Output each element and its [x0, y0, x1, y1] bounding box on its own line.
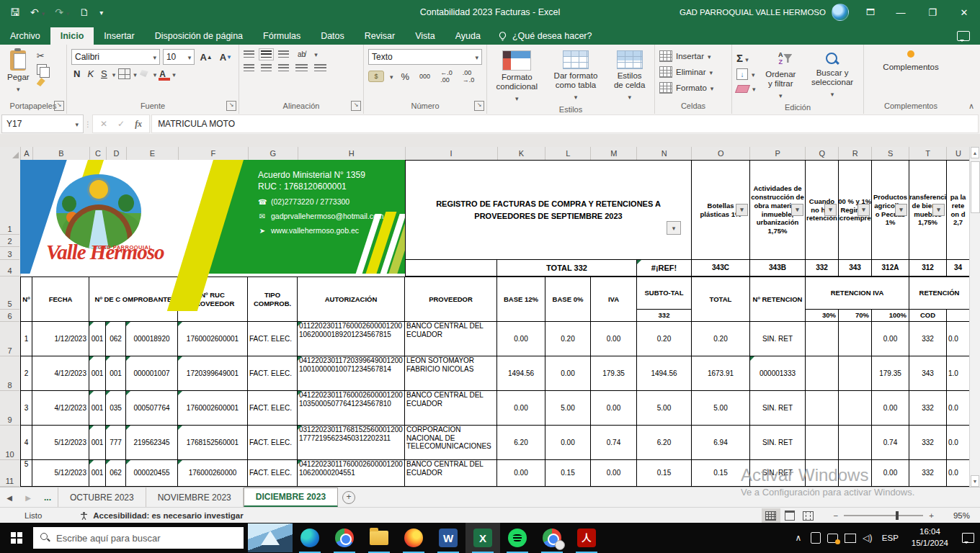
cell[interactable]: 6.20 — [637, 426, 692, 460]
tax-header-cell[interactable]: Cuando no hay retención — [806, 160, 839, 260]
cancel-entry-icon[interactable]: ✕ — [100, 119, 107, 129]
column-header-k[interactable]: K — [498, 147, 546, 160]
collapse-ribbon-icon[interactable]: ∧ — [968, 102, 974, 111]
scroll-down-icon[interactable]: ▼ — [971, 475, 979, 487]
cell[interactable]: BANCO CENTRAL DEL ECUADOR — [405, 460, 497, 487]
tab-formulas[interactable]: Fórmulas — [253, 27, 311, 45]
cell[interactable]: 0.00 — [872, 391, 909, 426]
comma-style-button[interactable]: 000 — [417, 73, 432, 80]
cell[interactable] — [839, 356, 872, 391]
header-cell[interactable]: TOTAL — [692, 276, 750, 322]
tell-me-search[interactable]: ¿Qué desea hacer? — [491, 27, 600, 45]
delete-cells-button[interactable]: Eliminar — [659, 66, 713, 78]
cell[interactable]: 5/12/2023 — [32, 426, 89, 460]
sheet-tab-octubre[interactable]: OCTUBRE 2023 — [58, 487, 146, 508]
cell[interactable]: 0.00 — [872, 460, 909, 487]
network-icon[interactable] — [842, 523, 859, 553]
cell[interactable]: 0.00 — [545, 356, 591, 391]
tax-header-cell[interactable]: pa la rete on d 2,7 — [947, 160, 970, 260]
insert-cells-button[interactable]: Insertar — [659, 50, 711, 62]
cell[interactable]: 0.20 — [692, 322, 750, 356]
cell[interactable]: 0.74 — [591, 426, 637, 460]
cell[interactable]: 1673.91 — [692, 356, 750, 391]
clear-button[interactable] — [736, 84, 756, 93]
cell[interactable] — [839, 322, 872, 356]
cell[interactable]: SIN. RET — [750, 391, 806, 426]
cell[interactable]: 1.0 — [947, 356, 970, 391]
action-center-button[interactable] — [956, 523, 980, 553]
font-size-select[interactable]: 10 — [163, 49, 195, 65]
column-header-f[interactable]: F — [179, 147, 249, 160]
fill-color-icon[interactable] — [140, 70, 151, 78]
column-header-n[interactable]: N — [637, 147, 692, 160]
your-phone-icon[interactable] — [807, 523, 824, 553]
font-name-select[interactable]: Calibri — [71, 49, 160, 65]
cell[interactable]: FACT. ELEC. — [248, 356, 298, 391]
fill-color-dropdown-icon[interactable] — [153, 69, 157, 79]
cell[interactable]: 1720399649001 — [178, 356, 248, 391]
cell[interactable] — [839, 460, 872, 487]
cell[interactable]: 1494.56 — [497, 356, 545, 391]
cell[interactable]: 5.00 — [545, 391, 591, 426]
account-name[interactable]: GAD PARROQUIAL VALLE HERMOSO — [680, 8, 826, 17]
cell[interactable]: 0.00 — [591, 322, 637, 356]
column-header-c[interactable]: C — [90, 147, 107, 160]
cell[interactable]: 777 — [106, 426, 126, 460]
cell[interactable]: SIN. RET — [750, 426, 806, 460]
tax-code-cell[interactable]: 312A — [872, 260, 909, 276]
align-middle-icon[interactable] — [261, 50, 272, 58]
tab-datos[interactable]: Datos — [311, 27, 355, 45]
number-dialog-launcher-icon[interactable]: ↘ — [474, 101, 484, 111]
underline-button[interactable]: S — [99, 68, 110, 79]
cell[interactable]: FACT. ELEC. — [248, 426, 298, 460]
header-cell[interactable] — [947, 310, 970, 322]
zoom-level[interactable]: 95% — [943, 511, 970, 520]
cell[interactable] — [839, 391, 872, 426]
scroll-up-icon[interactable]: ▲ — [971, 147, 979, 158]
cell[interactable]: 332 — [909, 322, 947, 356]
header-cell[interactable]: BASE 12% — [497, 276, 545, 322]
redo-icon[interactable]: ↷ — [55, 6, 69, 18]
cell[interactable]: 0412202301176000260000120010350005077641… — [298, 391, 405, 426]
tray-expand-icon[interactable]: ∧ — [790, 523, 807, 553]
tab-archivo[interactable]: Archivo — [0, 27, 50, 45]
cell[interactable]: 179.35 — [872, 356, 909, 391]
cell[interactable]: 062 — [106, 322, 126, 356]
cell[interactable]: 4/12/2023 — [32, 356, 89, 391]
column-header-a[interactable]: A — [21, 147, 33, 160]
decrease-decimal-icon[interactable]: .00→.0 — [460, 69, 477, 84]
vertical-scrollbar[interactable]: ▲ ▼ — [969, 147, 980, 487]
total-cell[interactable]: TOTAL 332 — [497, 260, 637, 276]
cell[interactable]: 5/12/2023 — [32, 460, 89, 487]
sort-filter-button[interactable]: AZ Ordenar y filtrar — [760, 50, 802, 102]
sheet-nav-right-icon[interactable]: ▶ — [19, 487, 37, 508]
cell[interactable]: 0.00 — [497, 322, 545, 356]
column-header-d[interactable]: D — [107, 147, 127, 160]
tax-code-cell[interactable]: 332 — [806, 260, 839, 276]
cell[interactable]: 0.00 — [545, 426, 591, 460]
cell[interactable]: FACT. ELEC. — [248, 391, 298, 426]
orientation-icon[interactable]: ab̸ — [295, 50, 308, 58]
addins-button[interactable]: Complementos — [880, 49, 941, 73]
taskbar-edge[interactable] — [293, 523, 327, 553]
header-cell[interactable]: RETENCIÓN — [909, 276, 970, 310]
cell[interactable]: 0.15 — [692, 460, 750, 487]
fill-button[interactable]: ↓ — [736, 68, 756, 80]
copy-icon[interactable] — [37, 64, 47, 75]
cell[interactable]: 0.0 — [947, 322, 970, 356]
align-top-icon[interactable] — [244, 50, 254, 58]
cell[interactable]: 1760002600001 — [178, 391, 248, 426]
cell[interactable]: 1760002600001 — [178, 322, 248, 356]
taskbar-firefox[interactable] — [396, 523, 431, 553]
borders-dropdown-icon[interactable] — [133, 69, 137, 79]
cell[interactable]: 3 — [20, 391, 32, 426]
taskbar-spotify[interactable] — [500, 523, 535, 553]
report-title-cell[interactable]: REGISTRO DE FACTURAS DE COMPRA Y RETENCI… — [405, 160, 692, 260]
cell[interactable]: 1768152560001 — [178, 426, 248, 460]
cell[interactable]: 000018920 — [126, 322, 178, 356]
ref-error-cell[interactable]: #¡REF! — [637, 260, 692, 276]
cell[interactable] — [839, 426, 872, 460]
orientation-dropdown-icon[interactable] — [314, 49, 318, 59]
sheet-tab-noviembre[interactable]: NOVIEMBRE 2023 — [146, 487, 244, 508]
font-dialog-launcher-icon[interactable]: ↘ — [226, 101, 236, 111]
